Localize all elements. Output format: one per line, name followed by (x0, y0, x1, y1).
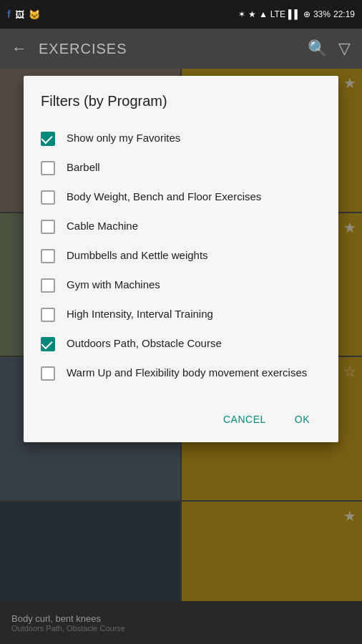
filter-item-favorites[interactable]: Show only my Favorites (41, 124, 321, 153)
search-button[interactable]: 🔍 (308, 39, 327, 58)
filter-item-barbell[interactable]: Barbell (41, 153, 321, 182)
signal-icon: ▌▌ (288, 9, 300, 19)
dialog-actions: CANCEL OK (41, 402, 321, 431)
filter-label-bodyweight: Body Weight, Bench and Floor Exercises (67, 190, 261, 204)
star-icon: ★ (248, 9, 256, 19)
dialog-title: Filters (by Program) (41, 93, 321, 109)
filter-item-dumbbells[interactable]: Dumbbells and Kettle weights (41, 241, 321, 270)
filter-dialog: Filters (by Program) Show only my Favori… (24, 76, 338, 442)
image-icon: 🖼 (15, 9, 24, 20)
back-button[interactable]: ← (11, 39, 27, 58)
filter-label-dumbbells: Dumbbells and Kettle weights (67, 248, 208, 263)
lte-icon: LTE (270, 9, 285, 19)
filter-label-favorites: Show only my Favorites (67, 131, 180, 145)
filter-item-gym[interactable]: Gym with Machines (41, 270, 321, 300)
page-title: EXERCISES (39, 41, 296, 57)
filter-item-outdoors[interactable]: Outdoors Path, Obstacle Course (41, 329, 321, 358)
modal-overlay: Filters (by Program) Show only my Favori… (0, 69, 362, 644)
filter-label-hiit: High Intensity, Interval Training (67, 307, 213, 321)
status-bar: f 🖼 🐱 ✶ ★ ▲ LTE ▌▌ ⊕ 33% 22:19 (0, 0, 362, 29)
filter-label-warmup: Warm Up and Flexibility body movement ex… (67, 366, 307, 380)
cancel-button[interactable]: CANCEL (212, 408, 278, 431)
battery-percent: 33% (313, 9, 331, 19)
ok-button[interactable]: OK (283, 408, 321, 431)
filter-item-cable[interactable]: Cable Machine (41, 212, 321, 241)
checkbox-barbell[interactable] (41, 161, 55, 175)
filter-item-warmup[interactable]: Warm Up and Flexibility body movement ex… (41, 358, 321, 388)
app-bar: ← EXERCISES 🔍 ▽ (0, 29, 362, 69)
filter-label-barbell: Barbell (67, 160, 100, 175)
checkbox-favorites[interactable] (41, 132, 55, 146)
status-right-icons: ✶ ★ ▲ LTE ▌▌ ⊕ 33% 22:19 (238, 9, 355, 19)
battery-icon: ⊕ (303, 9, 310, 19)
checkbox-cable[interactable] (41, 220, 55, 234)
checkbox-gym[interactable] (41, 278, 55, 293)
filter-list: Show only my FavoritesBarbellBody Weight… (41, 124, 321, 388)
filter-item-hiit[interactable]: High Intensity, Interval Training (41, 300, 321, 329)
status-left-icons: f 🖼 🐱 (7, 9, 40, 20)
filter-label-outdoors: Outdoors Path, Obstacle Course (67, 336, 222, 351)
checkbox-bodyweight[interactable] (41, 190, 55, 205)
checkbox-hiit[interactable] (41, 308, 55, 322)
filter-label-cable: Cable Machine (67, 219, 138, 233)
filter-item-bodyweight[interactable]: Body Weight, Bench and Floor Exercises (41, 182, 321, 212)
tamagotchi-icon: 🐱 (29, 9, 40, 20)
checkbox-dumbbells[interactable] (41, 249, 55, 263)
checkbox-outdoors[interactable] (41, 337, 55, 351)
checkbox-warmup[interactable] (41, 366, 55, 381)
filter-button[interactable]: ▽ (338, 39, 351, 58)
bluetooth-icon: ✶ (238, 9, 245, 19)
clock: 22:19 (333, 9, 355, 19)
filter-label-gym: Gym with Machines (67, 278, 160, 292)
wifi-icon: ▲ (259, 9, 268, 19)
facebook-icon: f (7, 9, 11, 20)
